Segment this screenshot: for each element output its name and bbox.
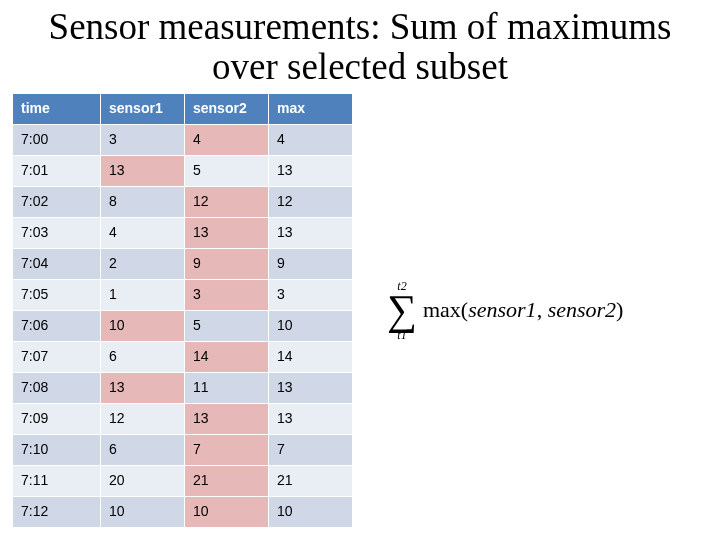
- table-body: 7:003447:01135137:02812127:03413137:0429…: [13, 124, 353, 527]
- cell-sensor1: 2: [101, 248, 185, 279]
- cell-time: 7:00: [13, 124, 101, 155]
- page-title: Sensor measurements: Sum of maximums ove…: [0, 0, 720, 91]
- cell-sensor2: 10: [185, 496, 269, 527]
- cell-time: 7:07: [13, 341, 101, 372]
- sensor-table: time sensor1 sensor2 max 7:003447:011351…: [12, 93, 353, 528]
- cell-time: 7:01: [13, 155, 101, 186]
- table-row: 7:0341313: [13, 217, 353, 248]
- cell-sensor2: 5: [185, 155, 269, 186]
- cell-sensor1: 6: [101, 434, 185, 465]
- cell-time: 7:02: [13, 186, 101, 217]
- cell-sensor2: 9: [185, 248, 269, 279]
- table-row: 7:00344: [13, 124, 353, 155]
- table-row: 7:12101010: [13, 496, 353, 527]
- col-time: time: [13, 93, 101, 124]
- cell-max: 10: [269, 310, 353, 341]
- cell-sensor2: 7: [185, 434, 269, 465]
- cell-max: 13: [269, 155, 353, 186]
- col-sensor2: sensor2: [185, 93, 269, 124]
- cell-max: 14: [269, 341, 353, 372]
- cell-max: 9: [269, 248, 353, 279]
- cell-sensor1: 8: [101, 186, 185, 217]
- cell-max: 13: [269, 372, 353, 403]
- cell-sensor2: 13: [185, 403, 269, 434]
- cell-max: 3: [269, 279, 353, 310]
- cell-sensor1: 13: [101, 372, 185, 403]
- cell-max: 12: [269, 186, 353, 217]
- cell-time: 7:12: [13, 496, 101, 527]
- table-row: 7:05133: [13, 279, 353, 310]
- table-header-row: time sensor1 sensor2 max: [13, 93, 353, 124]
- content-area: time sensor1 sensor2 max 7:003447:011351…: [0, 91, 720, 528]
- col-sensor1: sensor1: [101, 93, 185, 124]
- cell-sensor1: 13: [101, 155, 185, 186]
- cell-time: 7:04: [13, 248, 101, 279]
- table-row: 7:10677: [13, 434, 353, 465]
- table-row: 7:0281212: [13, 186, 353, 217]
- cell-time: 7:10: [13, 434, 101, 465]
- cell-sensor1: 20: [101, 465, 185, 496]
- cell-sensor1: 12: [101, 403, 185, 434]
- table-row: 7:11202121: [13, 465, 353, 496]
- cell-sensor1: 1: [101, 279, 185, 310]
- table-row: 7:08131113: [13, 372, 353, 403]
- cell-sensor1: 4: [101, 217, 185, 248]
- cell-sensor2: 12: [185, 186, 269, 217]
- fn-arg2: sensor2: [548, 297, 616, 322]
- sigma-icon: t2 ∑ t1: [387, 280, 417, 342]
- formula-area: t2 ∑ t1 max(sensor1, sensor2): [353, 280, 708, 342]
- cell-sensor2: 4: [185, 124, 269, 155]
- cell-time: 7:11: [13, 465, 101, 496]
- cell-max: 10: [269, 496, 353, 527]
- cell-time: 7:08: [13, 372, 101, 403]
- table-row: 7:0610510: [13, 310, 353, 341]
- fn-arg1: sensor1: [468, 297, 536, 322]
- table-row: 7:0761414: [13, 341, 353, 372]
- table-row: 7:09121313: [13, 403, 353, 434]
- cell-sensor1: 3: [101, 124, 185, 155]
- cell-time: 7:03: [13, 217, 101, 248]
- cell-sensor2: 14: [185, 341, 269, 372]
- cell-sensor2: 13: [185, 217, 269, 248]
- cell-time: 7:06: [13, 310, 101, 341]
- cell-sensor1: 10: [101, 310, 185, 341]
- cell-max: 4: [269, 124, 353, 155]
- cell-sensor1: 6: [101, 341, 185, 372]
- cell-time: 7:09: [13, 403, 101, 434]
- table-row: 7:0113513: [13, 155, 353, 186]
- cell-sensor2: 5: [185, 310, 269, 341]
- cell-max: 13: [269, 217, 353, 248]
- sigma-symbol: ∑: [387, 292, 417, 330]
- cell-max: 21: [269, 465, 353, 496]
- sum-lower-bound: t1: [397, 329, 406, 341]
- table-row: 7:04299: [13, 248, 353, 279]
- cell-time: 7:05: [13, 279, 101, 310]
- cell-sensor2: 21: [185, 465, 269, 496]
- cell-sensor1: 10: [101, 496, 185, 527]
- formula-body: max(sensor1, sensor2): [423, 297, 623, 323]
- cell-max: 7: [269, 434, 353, 465]
- cell-max: 13: [269, 403, 353, 434]
- slide: Sensor measurements: Sum of maximums ove…: [0, 0, 720, 540]
- col-max: max: [269, 93, 353, 124]
- fn-name: max: [423, 297, 461, 322]
- cell-sensor2: 3: [185, 279, 269, 310]
- cell-sensor2: 11: [185, 372, 269, 403]
- fn-sep: ,: [537, 297, 548, 322]
- sum-formula: t2 ∑ t1 max(sensor1, sensor2): [387, 280, 623, 342]
